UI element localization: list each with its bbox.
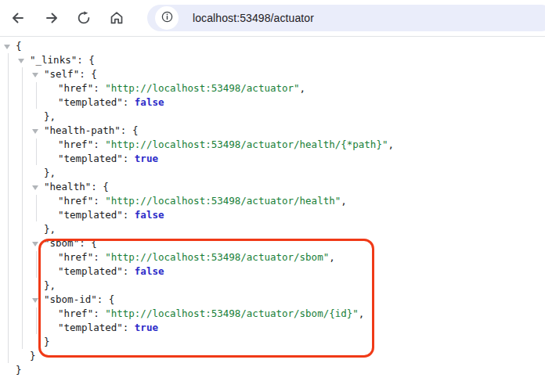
back-arrow-icon <box>10 10 26 26</box>
json-token-plain: "health-path": { <box>44 124 138 136</box>
url-text: localhost:53498/actuator <box>193 5 314 31</box>
page-info-icon <box>161 10 174 27</box>
json-line: "sbom-id": { <box>0 293 545 307</box>
forward-button[interactable] <box>40 6 63 30</box>
home-icon <box>109 10 125 26</box>
json-token-bool: true <box>135 153 158 164</box>
json-token-plain: } <box>30 350 36 361</box>
json-token-plain: }, <box>44 167 56 178</box>
reload-icon <box>76 10 92 26</box>
json-viewer: {"_links": {"self": {"href": "http://loc… <box>0 37 545 391</box>
json-token-plain: "templated": <box>58 209 135 221</box>
json-token-plain: "href": <box>58 195 105 207</box>
json-line: "href": "http://localhost:53498/actuator… <box>0 194 545 208</box>
json-token-plain: , <box>341 195 347 207</box>
json-token-plain: { <box>16 40 22 52</box>
collapse-arrow-icon[interactable] <box>4 45 10 49</box>
json-token-plain: } <box>16 364 22 376</box>
json-token-plain: , <box>329 251 335 263</box>
json-token-plain: } <box>44 336 50 347</box>
json-line: "href": "http://localhost:53498/actuator… <box>0 138 545 152</box>
json-line: }, <box>0 279 545 293</box>
json-line: "health-path": { <box>0 124 545 138</box>
json-token-plain: "health": { <box>44 181 109 192</box>
json-line: }, <box>0 166 545 180</box>
json-token-bool: false <box>135 209 164 221</box>
json-line: "templated": false <box>0 208 545 222</box>
json-token-plain: , <box>388 138 394 150</box>
json-line: } <box>0 335 545 349</box>
json-token-string: "http://localhost:53498/actuator/health" <box>105 195 341 207</box>
json-token-plain: "sbom-id": { <box>44 293 114 305</box>
json-line: "templated": true <box>0 321 545 335</box>
collapse-arrow-icon[interactable] <box>32 73 38 77</box>
collapse-arrow-icon[interactable] <box>32 298 38 303</box>
json-line: "self": { <box>0 67 545 81</box>
json-line: "templated": true <box>0 152 545 166</box>
json-token-plain: "templated": <box>58 265 135 277</box>
json-line: "_links": { <box>0 53 545 67</box>
json-line: "health": { <box>0 180 545 194</box>
json-token-string: "http://localhost:53498/actuator" <box>105 82 299 94</box>
json-token-bool: false <box>135 96 164 108</box>
json-token-plain: "_links": { <box>30 54 95 66</box>
json-token-plain: "self": { <box>44 68 97 80</box>
json-token-plain: }, <box>44 110 56 122</box>
reload-button[interactable] <box>72 6 96 30</box>
page-info-button[interactable] <box>155 6 179 30</box>
json-token-bool: true <box>135 322 158 333</box>
collapse-arrow-icon[interactable] <box>18 59 24 63</box>
json-token-plain: "href": <box>58 251 105 263</box>
browser-toolbar: localhost:53498/actuator <box>0 0 545 37</box>
json-line: "sbom": { <box>0 236 545 250</box>
collapse-arrow-icon[interactable] <box>32 242 38 246</box>
json-token-plain: "href": <box>58 82 105 94</box>
json-token-plain: , <box>300 82 306 94</box>
address-bar[interactable]: localhost:53498/actuator <box>147 5 545 31</box>
collapse-arrow-icon[interactable] <box>32 185 38 190</box>
json-line: } <box>0 349 545 363</box>
json-token-plain: "href": <box>58 138 105 150</box>
json-token-string: "http://localhost:53498/actuator/sbom/{i… <box>105 307 359 319</box>
forward-arrow-icon <box>44 10 60 26</box>
home-button[interactable] <box>105 6 128 30</box>
json-token-plain: "templated": <box>58 153 135 164</box>
json-token-bool: false <box>135 265 164 277</box>
json-line: "href": "http://localhost:53498/actuator… <box>0 81 545 95</box>
json-line: }, <box>0 222 545 236</box>
json-line: "href": "http://localhost:53498/actuator… <box>0 250 545 264</box>
json-token-string: "http://localhost:53498/actuator/sbom" <box>105 251 329 263</box>
json-line: } <box>0 363 545 377</box>
json-token-plain: , <box>359 307 365 319</box>
json-line: { <box>0 39 545 53</box>
json-token-plain: "templated": <box>58 96 135 108</box>
json-token-plain: "href": <box>58 307 105 319</box>
json-lines: {"_links": {"self": {"href": "http://loc… <box>0 39 545 377</box>
json-token-plain: "templated": <box>58 322 135 333</box>
json-token-plain: "sbom": { <box>44 237 97 249</box>
back-button[interactable] <box>6 6 30 30</box>
json-token-string: "http://localhost:53498/actuator/health/… <box>105 138 388 150</box>
collapse-arrow-icon[interactable] <box>32 129 38 134</box>
json-line: "templated": false <box>0 264 545 279</box>
json-line: }, <box>0 110 545 124</box>
json-line: "href": "http://localhost:53498/actuator… <box>0 307 545 321</box>
json-token-plain: }, <box>44 223 56 235</box>
json-line: "templated": false <box>0 95 545 110</box>
json-token-plain: }, <box>44 279 56 291</box>
